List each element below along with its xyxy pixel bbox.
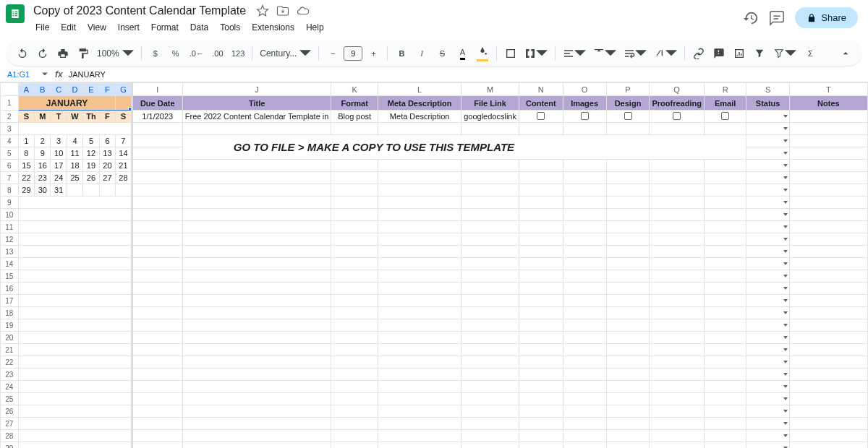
hdr-images[interactable]: Images [563, 96, 606, 111]
name-box-dropdown[interactable] [41, 72, 49, 77]
col-S[interactable]: S [746, 83, 789, 96]
col-P[interactable]: P [606, 83, 650, 96]
menu-format[interactable]: Format [146, 20, 184, 35]
hdr-design[interactable]: Design [606, 96, 650, 111]
merge-button[interactable] [522, 44, 550, 63]
col-J[interactable]: J [182, 83, 331, 96]
print-button[interactable] [54, 44, 72, 63]
cell-status[interactable] [746, 111, 789, 123]
hdr-notes[interactable]: Notes [789, 96, 867, 111]
zoom-select[interactable]: 100% [94, 44, 137, 63]
hdr-due-date[interactable]: Due Date [132, 96, 182, 111]
select-all[interactable] [1, 83, 19, 96]
cloud-status-icon[interactable] [297, 4, 310, 17]
borders-button[interactable] [501, 44, 520, 63]
h-align-button[interactable] [560, 44, 589, 63]
col-Q[interactable]: Q [650, 83, 704, 96]
hdr-file[interactable]: File Link [461, 96, 519, 111]
hdr-email[interactable]: Email [704, 96, 746, 111]
cell-title[interactable]: Free 2022 Content Calendar Template in [182, 111, 331, 123]
font-size-decrease[interactable]: − [323, 44, 342, 63]
formula-bar: fx JANUARY [0, 66, 868, 82]
col-E[interactable]: E [83, 83, 100, 96]
share-button[interactable]: Share [795, 7, 858, 28]
cell-proof-chk[interactable] [650, 111, 704, 123]
decrease-decimal-button[interactable]: .0← [187, 44, 207, 63]
month-header[interactable]: JANUARY [18, 96, 115, 111]
col-T[interactable]: T [789, 83, 867, 96]
cell-email-chk[interactable] [704, 111, 746, 123]
cell-format[interactable]: Blog post [331, 111, 378, 123]
col-N[interactable]: N [519, 83, 563, 96]
hdr-proof[interactable]: Proofreading [650, 96, 704, 111]
undo-button[interactable] [13, 44, 32, 63]
move-icon[interactable] [276, 4, 289, 17]
paint-format-button[interactable] [74, 44, 93, 63]
hdr-status[interactable]: Status [746, 96, 789, 111]
menu-file[interactable]: File [30, 20, 54, 35]
increase-decimal-button[interactable]: .00 [208, 44, 227, 63]
filter-views-button[interactable] [770, 44, 799, 63]
menu-edit[interactable]: Edit [56, 20, 81, 35]
font-size-increase[interactable]: + [364, 44, 383, 63]
format-percent-button[interactable]: % [166, 44, 185, 63]
spreadsheet-grid[interactable]: A B C D E F G I J K L M N O P Q R S T 1 … [0, 82, 868, 448]
col-L[interactable]: L [378, 83, 461, 96]
filter-button[interactable] [750, 44, 769, 63]
col-F[interactable]: F [99, 83, 115, 96]
v-align-button[interactable] [590, 44, 619, 63]
redo-button[interactable] [33, 44, 52, 63]
hdr-content[interactable]: Content [519, 96, 563, 111]
menu-extensions[interactable]: Extensions [247, 20, 299, 35]
wrap-button[interactable] [621, 44, 650, 63]
menu-insert[interactable]: Insert [113, 20, 145, 35]
col-O[interactable]: O [563, 83, 606, 96]
col-D[interactable]: D [67, 83, 82, 96]
comment-icon[interactable] [769, 10, 785, 26]
font-size-input[interactable]: 9 [344, 46, 362, 61]
history-icon[interactable] [743, 10, 759, 26]
cell-content-chk[interactable] [519, 111, 563, 123]
doc-title[interactable]: Copy of 2023 Content Calendar Template [30, 4, 249, 18]
cell-notes[interactable] [789, 111, 867, 123]
col-I[interactable]: I [132, 83, 182, 96]
format-123-button[interactable]: 123 [229, 44, 247, 63]
collapse-toolbar-button[interactable] [836, 44, 855, 63]
col-K[interactable]: K [331, 83, 378, 96]
cell-images-chk[interactable] [563, 111, 606, 123]
formula-value[interactable]: JANUARY [69, 70, 106, 79]
text-color-button[interactable]: A [453, 44, 472, 63]
menu-tools[interactable]: Tools [215, 20, 245, 35]
menu-help[interactable]: Help [301, 20, 329, 35]
cell-due-date[interactable]: 1/1/2023 [132, 111, 182, 123]
col-G[interactable]: G [116, 83, 132, 96]
cell-meta[interactable]: Meta Description [378, 111, 461, 123]
link-button[interactable] [689, 44, 708, 63]
fill-color-button[interactable] [473, 44, 492, 63]
rotate-button[interactable] [651, 44, 680, 63]
col-A[interactable]: A [18, 83, 34, 96]
col-C[interactable]: C [51, 83, 67, 96]
font-family-select[interactable]: Century... [257, 44, 314, 63]
strike-button[interactable]: S [433, 44, 451, 63]
cell-file[interactable]: googledocslink [461, 111, 519, 123]
hdr-title[interactable]: Title [182, 96, 331, 111]
template-note[interactable]: GO TO FILE > MAKE A COPY TO USE THIS TEM… [182, 135, 746, 160]
star-icon[interactable] [256, 4, 269, 17]
insert-chart-button[interactable] [730, 44, 749, 63]
menu-view[interactable]: View [82, 20, 111, 35]
menu-data[interactable]: Data [185, 20, 213, 35]
italic-button[interactable]: I [412, 44, 431, 63]
name-box[interactable] [4, 70, 41, 79]
format-currency-button[interactable]: $ [146, 44, 165, 63]
col-R[interactable]: R [704, 83, 746, 96]
bold-button[interactable]: B [392, 44, 411, 63]
insert-comment-button[interactable] [710, 44, 728, 63]
sheets-logo[interactable] [6, 4, 25, 23]
functions-button[interactable]: Σ [801, 44, 820, 63]
hdr-format[interactable]: Format [331, 96, 378, 111]
cell-design-chk[interactable] [606, 111, 650, 123]
hdr-meta[interactable]: Meta Description [378, 96, 461, 111]
col-B[interactable]: B [35, 83, 51, 96]
col-M[interactable]: M [461, 83, 519, 96]
